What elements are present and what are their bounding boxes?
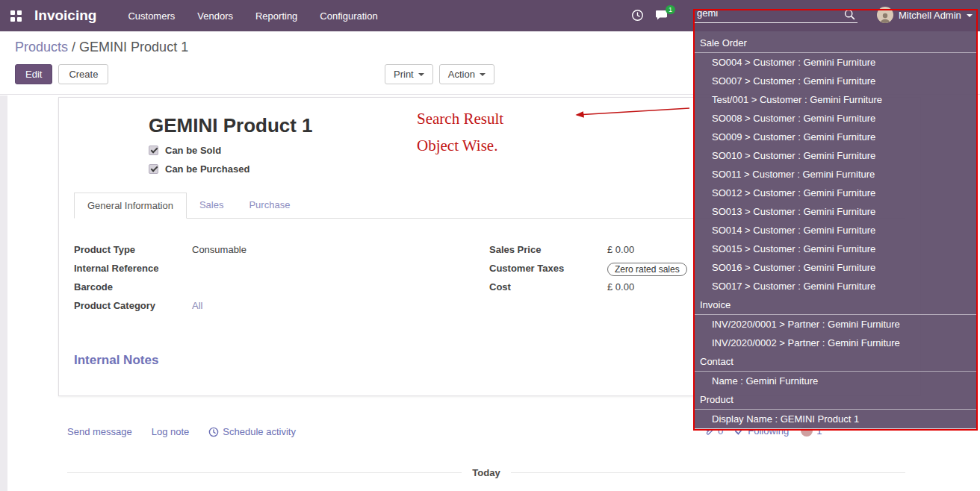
activities-clock-icon[interactable] <box>631 9 644 25</box>
clock-icon <box>208 427 219 437</box>
user-avatar <box>877 7 893 23</box>
date-divider-label: Today <box>472 467 500 478</box>
search-group-header: Product <box>694 390 977 410</box>
print-action-group: Print Action <box>385 64 494 84</box>
chatter-actions: Send message Log note Schedule activity <box>67 426 296 437</box>
send-message-button[interactable]: Send message <box>67 426 132 437</box>
log-note-button[interactable]: Log note <box>152 426 190 437</box>
search-result-item[interactable]: INV/2020/0002 > Partner : Gemini Furnitu… <box>694 334 977 352</box>
can-be-purchased-label: Can be Purchased <box>165 163 249 175</box>
can-be-sold-checkbox[interactable] <box>149 146 158 155</box>
search-result-item[interactable]: SO007 > Customer : Gemini Furniture <box>694 72 977 90</box>
chevron-down-icon <box>418 73 424 76</box>
customer-taxes-label: Customer Taxes <box>489 263 607 274</box>
create-button[interactable]: Create <box>58 64 108 84</box>
cost-value: £ 0.00 <box>607 281 634 293</box>
edit-button[interactable]: Edit <box>15 64 52 84</box>
tab-general-information[interactable]: General Information <box>74 193 187 219</box>
annotation-text-line1: Search Result <box>417 110 503 128</box>
schedule-activity-button[interactable]: Schedule activity <box>208 426 296 437</box>
action-dropdown-button[interactable]: Action <box>439 64 494 84</box>
left-gutter <box>0 96 7 491</box>
sales-price-label: Sales Price <box>489 244 607 255</box>
search-result-item[interactable]: INV/2020/0001 > Partner : Gemini Furnitu… <box>694 315 977 334</box>
search-result-item[interactable]: SO009 > Customer : Gemini Furniture <box>694 128 977 146</box>
divider-line <box>511 472 905 473</box>
annotation-text-line2: Object Wise. <box>417 137 497 155</box>
print-dropdown-button[interactable]: Print <box>385 64 433 84</box>
breadcrumb-separator: / <box>72 40 75 54</box>
can-be-sold-label: Can be Sold <box>165 145 221 156</box>
search-result-item[interactable]: SO010 > Customer : Gemini Furniture <box>694 146 977 165</box>
app-title[interactable]: Invoicing <box>34 7 96 24</box>
search-result-item[interactable]: SO015 > Customer : Gemini Furniture <box>694 240 977 258</box>
nav-menu-item-vendors[interactable]: Vendors <box>197 10 233 22</box>
product-type-label: Product Type <box>74 244 192 255</box>
nav-menu: CustomersVendorsReportingConfiguration <box>128 10 377 22</box>
search-group-header: Invoice <box>694 295 977 315</box>
search-dropdown-results: Sale OrderSO004 > Customer : Gemini Furn… <box>694 31 977 429</box>
search-result-item[interactable]: SO017 > Customer : Gemini Furniture <box>694 277 977 295</box>
annotation-arrow <box>568 104 693 120</box>
search-result-item[interactable]: SO011 > Customer : Gemini Furniture <box>694 165 977 184</box>
chevron-down-icon <box>967 14 973 17</box>
global-search <box>695 5 858 23</box>
breadcrumb: Products / GEMINI Product 1 <box>15 40 188 55</box>
sales-price-value: £ 0.00 <box>607 244 634 255</box>
page: Invoicing CustomersVendorsReportingConfi… <box>0 0 980 491</box>
date-divider: Today <box>67 467 905 478</box>
product-type-row: Product Type Consumable <box>74 244 489 258</box>
user-menu[interactable]: Mitchell Admin <box>877 7 973 23</box>
fields-left-column: Product Type Consumable Internal Referen… <box>74 244 489 319</box>
chevron-down-icon <box>480 73 486 76</box>
search-result-item[interactable]: SO013 > Customer : Gemini Furniture <box>694 202 977 221</box>
cost-label: Cost <box>489 281 607 293</box>
internal-reference-row: Internal Reference <box>74 263 489 277</box>
product-category-row: Product Category All <box>74 300 489 314</box>
product-category-value[interactable]: All <box>192 300 202 311</box>
barcode-label: Barcode <box>74 281 192 293</box>
customer-taxes-tag[interactable]: Zero rated sales <box>607 263 687 276</box>
search-result-item[interactable]: Name : Gemini Furniture <box>694 372 977 390</box>
tab-purchase[interactable]: Purchase <box>236 193 303 218</box>
search-icon[interactable] <box>844 9 855 23</box>
internal-reference-label: Internal Reference <box>74 263 192 274</box>
search-input[interactable] <box>695 5 858 23</box>
product-category-label: Product Category <box>74 300 192 311</box>
search-group-header: Contact <box>694 352 977 372</box>
search-result-item[interactable]: Test/001 > Customer : Gemini Furniture <box>694 90 977 109</box>
search-result-item[interactable]: SO014 > Customer : Gemini Furniture <box>694 221 977 240</box>
message-count-badge: 1 <box>666 5 675 14</box>
record-buttons: Edit Create <box>15 64 108 84</box>
nav-menu-item-configuration[interactable]: Configuration <box>320 10 377 22</box>
search-result-item[interactable]: SO004 > Customer : Gemini Furniture <box>694 53 977 72</box>
apps-grid-icon[interactable] <box>10 10 22 22</box>
divider-line <box>67 472 462 473</box>
search-result-item[interactable]: SO016 > Customer : Gemini Furniture <box>694 258 977 277</box>
top-navbar: Invoicing CustomersVendorsReportingConfi… <box>0 0 980 31</box>
can-be-purchased-checkbox[interactable] <box>149 164 158 174</box>
user-name: Mitchell Admin <box>899 10 961 21</box>
breadcrumb-current: GEMINI Product 1 <box>79 40 188 54</box>
nav-menu-item-customers[interactable]: Customers <box>128 10 175 22</box>
nav-menu-item-reporting[interactable]: Reporting <box>255 10 297 22</box>
product-type-value: Consumable <box>192 244 246 255</box>
tab-sales[interactable]: Sales <box>187 193 237 218</box>
barcode-row: Barcode <box>74 281 489 295</box>
search-result-item[interactable]: Display Name : GEMINI Product 1 <box>694 410 977 428</box>
search-result-item[interactable]: SO008 > Customer : Gemini Furniture <box>694 109 977 128</box>
breadcrumb-products-link[interactable]: Products <box>15 40 68 54</box>
search-result-item[interactable]: SO012 > Customer : Gemini Furniture <box>694 184 977 202</box>
search-group-header: Sale Order <box>694 34 977 53</box>
